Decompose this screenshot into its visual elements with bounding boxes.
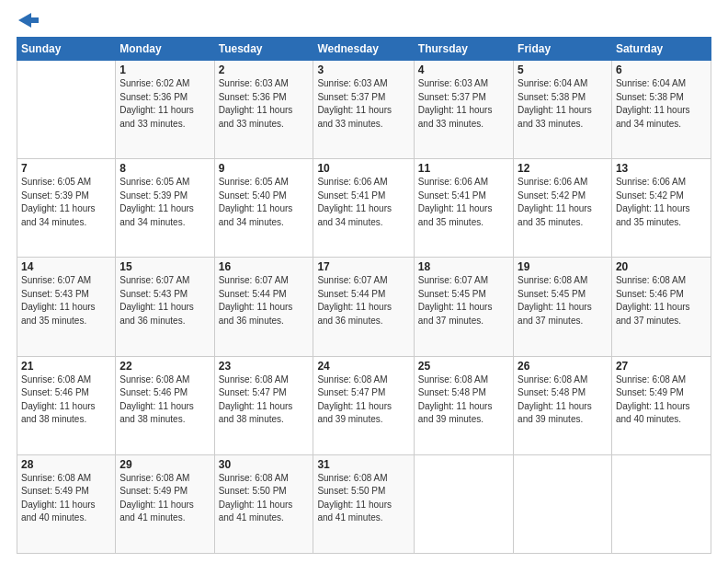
col-tuesday: Tuesday bbox=[214, 38, 313, 61]
day-number: 8 bbox=[119, 162, 210, 175]
week-row-5: 28Sunrise: 6:08 AMSunset: 5:49 PMDayligh… bbox=[17, 454, 711, 553]
header-row: Sunday Monday Tuesday Wednesday Thursday… bbox=[17, 38, 711, 61]
day-number: 26 bbox=[518, 360, 608, 373]
day-number: 15 bbox=[119, 260, 210, 273]
day-cell: 9Sunrise: 6:05 AMSunset: 5:40 PMDaylight… bbox=[214, 159, 313, 258]
day-info: Sunrise: 6:08 AMSunset: 5:46 PMDaylight:… bbox=[21, 373, 111, 427]
day-number: 6 bbox=[616, 63, 707, 76]
day-number: 28 bbox=[21, 458, 111, 471]
day-info: Sunrise: 6:05 AMSunset: 5:39 PMDaylight:… bbox=[119, 176, 210, 229]
day-cell bbox=[514, 454, 612, 553]
calendar-header: Sunday Monday Tuesday Wednesday Thursday… bbox=[17, 38, 711, 61]
day-number: 27 bbox=[616, 360, 707, 373]
day-number: 20 bbox=[616, 260, 707, 273]
day-info: Sunrise: 6:03 AMSunset: 5:37 PMDaylight:… bbox=[317, 77, 409, 131]
day-number: 7 bbox=[21, 162, 111, 175]
svg-marker-0 bbox=[18, 13, 39, 28]
week-row-2: 7Sunrise: 6:05 AMSunset: 5:39 PMDaylight… bbox=[17, 159, 711, 258]
day-number: 11 bbox=[418, 162, 509, 175]
day-info: Sunrise: 6:07 AMSunset: 5:43 PMDaylight:… bbox=[119, 274, 210, 327]
day-info: Sunrise: 6:08 AMSunset: 5:47 PMDaylight:… bbox=[317, 373, 409, 427]
day-info: Sunrise: 6:06 AMSunset: 5:41 PMDaylight:… bbox=[317, 176, 409, 229]
day-info: Sunrise: 6:03 AMSunset: 5:37 PMDaylight:… bbox=[418, 77, 509, 131]
day-cell: 15Sunrise: 6:07 AMSunset: 5:43 PMDayligh… bbox=[116, 258, 214, 356]
day-number: 2 bbox=[219, 63, 310, 76]
day-cell: 31Sunrise: 6:08 AMSunset: 5:50 PMDayligh… bbox=[313, 454, 414, 553]
day-number: 24 bbox=[317, 360, 409, 373]
day-info: Sunrise: 6:08 AMSunset: 5:50 PMDaylight:… bbox=[219, 472, 310, 525]
day-cell: 18Sunrise: 6:07 AMSunset: 5:45 PMDayligh… bbox=[414, 258, 513, 356]
day-cell: 30Sunrise: 6:08 AMSunset: 5:50 PMDayligh… bbox=[214, 454, 313, 553]
day-cell: 21Sunrise: 6:08 AMSunset: 5:46 PMDayligh… bbox=[17, 356, 116, 454]
day-info: Sunrise: 6:06 AMSunset: 5:42 PMDaylight:… bbox=[518, 176, 608, 229]
page: Sunday Monday Tuesday Wednesday Thursday… bbox=[0, 0, 728, 563]
day-cell: 23Sunrise: 6:08 AMSunset: 5:47 PMDayligh… bbox=[214, 356, 313, 454]
day-cell: 12Sunrise: 6:06 AMSunset: 5:42 PMDayligh… bbox=[514, 159, 612, 258]
day-cell: 11Sunrise: 6:06 AMSunset: 5:41 PMDayligh… bbox=[414, 159, 513, 258]
day-number: 4 bbox=[418, 63, 509, 76]
day-number: 21 bbox=[21, 360, 111, 373]
day-number: 5 bbox=[518, 63, 608, 76]
day-number: 29 bbox=[119, 458, 210, 471]
day-cell: 20Sunrise: 6:08 AMSunset: 5:46 PMDayligh… bbox=[611, 258, 711, 356]
day-info: Sunrise: 6:04 AMSunset: 5:38 PMDaylight:… bbox=[616, 77, 707, 131]
day-number: 12 bbox=[518, 162, 608, 175]
col-friday: Friday bbox=[514, 38, 612, 61]
logo-arrow-icon bbox=[18, 13, 39, 28]
day-number: 30 bbox=[219, 458, 310, 471]
day-number: 19 bbox=[518, 260, 608, 273]
day-info: Sunrise: 6:06 AMSunset: 5:41 PMDaylight:… bbox=[418, 176, 509, 229]
day-cell: 19Sunrise: 6:08 AMSunset: 5:45 PMDayligh… bbox=[514, 258, 612, 356]
day-info: Sunrise: 6:08 AMSunset: 5:48 PMDaylight:… bbox=[518, 373, 608, 427]
day-number: 13 bbox=[616, 162, 707, 175]
day-cell: 14Sunrise: 6:07 AMSunset: 5:43 PMDayligh… bbox=[17, 258, 116, 356]
week-row-1: 1Sunrise: 6:02 AMSunset: 5:36 PMDaylight… bbox=[17, 61, 711, 159]
day-cell: 29Sunrise: 6:08 AMSunset: 5:49 PMDayligh… bbox=[116, 454, 214, 553]
day-info: Sunrise: 6:08 AMSunset: 5:46 PMDaylight:… bbox=[616, 274, 707, 327]
day-cell: 24Sunrise: 6:08 AMSunset: 5:47 PMDayligh… bbox=[313, 356, 414, 454]
day-info: Sunrise: 6:07 AMSunset: 5:44 PMDaylight:… bbox=[219, 274, 310, 327]
day-info: Sunrise: 6:03 AMSunset: 5:36 PMDaylight:… bbox=[219, 77, 310, 131]
day-cell: 5Sunrise: 6:04 AMSunset: 5:38 PMDaylight… bbox=[514, 61, 612, 159]
day-info: Sunrise: 6:05 AMSunset: 5:40 PMDaylight:… bbox=[219, 176, 310, 229]
calendar-body: 1Sunrise: 6:02 AMSunset: 5:36 PMDaylight… bbox=[17, 61, 711, 554]
calendar-table: Sunday Monday Tuesday Wednesday Thursday… bbox=[17, 37, 711, 554]
day-info: Sunrise: 6:08 AMSunset: 5:49 PMDaylight:… bbox=[119, 472, 210, 525]
day-number: 17 bbox=[317, 260, 409, 273]
day-cell: 7Sunrise: 6:05 AMSunset: 5:39 PMDaylight… bbox=[17, 159, 116, 258]
col-saturday: Saturday bbox=[611, 38, 711, 61]
day-number: 25 bbox=[418, 360, 509, 373]
col-wednesday: Wednesday bbox=[313, 38, 414, 61]
day-info: Sunrise: 6:07 AMSunset: 5:43 PMDaylight:… bbox=[21, 274, 111, 327]
day-number: 23 bbox=[219, 360, 310, 373]
day-info: Sunrise: 6:02 AMSunset: 5:36 PMDaylight:… bbox=[119, 77, 210, 131]
day-info: Sunrise: 6:08 AMSunset: 5:50 PMDaylight:… bbox=[317, 472, 409, 525]
day-info: Sunrise: 6:06 AMSunset: 5:42 PMDaylight:… bbox=[616, 176, 707, 229]
day-cell: 13Sunrise: 6:06 AMSunset: 5:42 PMDayligh… bbox=[611, 159, 711, 258]
day-number: 31 bbox=[317, 458, 409, 471]
day-number: 10 bbox=[317, 162, 409, 175]
week-row-4: 21Sunrise: 6:08 AMSunset: 5:46 PMDayligh… bbox=[17, 356, 711, 454]
day-number: 14 bbox=[21, 260, 111, 273]
day-number: 9 bbox=[219, 162, 310, 175]
day-number: 18 bbox=[418, 260, 509, 273]
day-info: Sunrise: 6:08 AMSunset: 5:49 PMDaylight:… bbox=[21, 472, 111, 525]
day-number: 16 bbox=[219, 260, 310, 273]
day-cell: 8Sunrise: 6:05 AMSunset: 5:39 PMDaylight… bbox=[116, 159, 214, 258]
day-info: Sunrise: 6:08 AMSunset: 5:49 PMDaylight:… bbox=[616, 373, 707, 427]
day-number: 22 bbox=[119, 360, 210, 373]
day-cell: 4Sunrise: 6:03 AMSunset: 5:37 PMDaylight… bbox=[414, 61, 513, 159]
day-cell bbox=[17, 61, 116, 159]
day-info: Sunrise: 6:08 AMSunset: 5:45 PMDaylight:… bbox=[518, 274, 608, 327]
day-cell: 16Sunrise: 6:07 AMSunset: 5:44 PMDayligh… bbox=[214, 258, 313, 356]
day-cell: 28Sunrise: 6:08 AMSunset: 5:49 PMDayligh… bbox=[17, 454, 116, 553]
col-thursday: Thursday bbox=[414, 38, 513, 61]
day-cell: 2Sunrise: 6:03 AMSunset: 5:36 PMDaylight… bbox=[214, 61, 313, 159]
day-info: Sunrise: 6:05 AMSunset: 5:39 PMDaylight:… bbox=[21, 176, 111, 229]
day-info: Sunrise: 6:07 AMSunset: 5:44 PMDaylight:… bbox=[317, 274, 409, 327]
col-monday: Monday bbox=[116, 38, 214, 61]
day-number: 1 bbox=[119, 63, 210, 76]
day-cell: 3Sunrise: 6:03 AMSunset: 5:37 PMDaylight… bbox=[313, 61, 414, 159]
day-cell: 10Sunrise: 6:06 AMSunset: 5:41 PMDayligh… bbox=[313, 159, 414, 258]
header bbox=[17, 17, 711, 28]
